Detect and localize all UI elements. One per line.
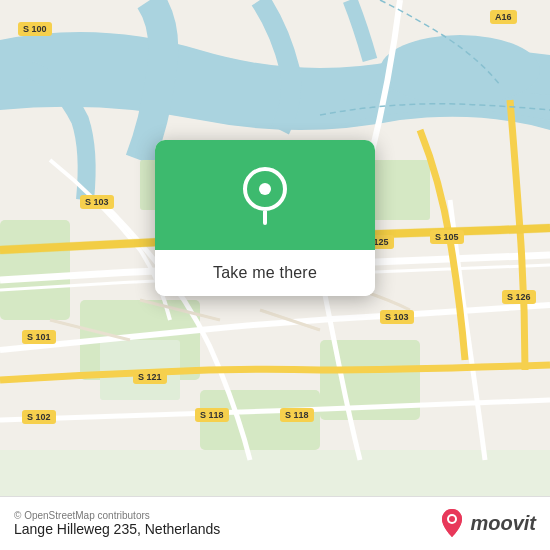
popup-header: [155, 140, 375, 250]
copyright-text: © OpenStreetMap contributors: [14, 510, 220, 521]
moovit-pin-icon: [438, 507, 466, 541]
road-label-s103a: S 103: [80, 195, 114, 209]
road-label-s118a: S 118: [195, 408, 229, 422]
moovit-text: moovit: [470, 512, 536, 535]
popup-card: Take me there: [155, 140, 375, 296]
svg-point-13: [449, 516, 455, 522]
svg-rect-8: [0, 450, 550, 500]
bottom-bar: © OpenStreetMap contributors Lange Hille…: [0, 496, 550, 550]
address-text: Lange Hilleweg 235, Netherlands: [14, 521, 220, 537]
road-label-s100: S 100: [18, 22, 52, 36]
road-label-a16: A16: [490, 10, 517, 24]
road-label-s103c: S 103: [380, 310, 414, 324]
road-label-s105: S 105: [430, 230, 464, 244]
svg-point-1: [380, 35, 540, 105]
road-label-s101: S 101: [22, 330, 56, 344]
location-pin-icon: [243, 167, 287, 223]
road-label-s118b: S 118: [280, 408, 314, 422]
road-label-s126: S 126: [502, 290, 536, 304]
address-section: © OpenStreetMap contributors Lange Hille…: [14, 510, 220, 537]
map-container: S 100S 103S 103S 103S 105S 121S 118S 118…: [0, 0, 550, 550]
svg-rect-2: [0, 220, 70, 320]
moovit-logo: moovit: [438, 507, 536, 541]
road-label-s121: S 121: [133, 370, 167, 384]
road-label-s102: S 102: [22, 410, 56, 424]
take-me-there-button[interactable]: Take me there: [155, 250, 375, 296]
